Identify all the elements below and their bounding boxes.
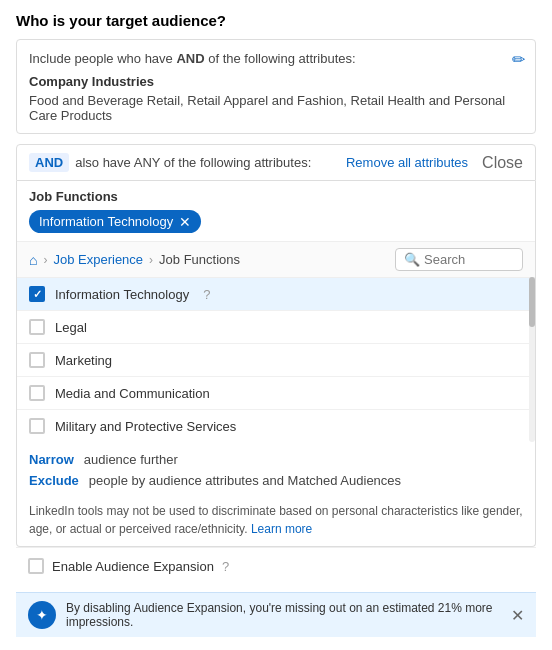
expansion-row: Enable Audience Expansion ?	[16, 547, 536, 584]
expansion-help-icon[interactable]: ?	[222, 559, 229, 574]
breadcrumb-job-experience[interactable]: Job Experience	[53, 252, 143, 267]
page-title: Who is your target audience?	[16, 12, 536, 29]
star-icon: ✦	[36, 607, 48, 623]
include-text: Include people who have AND of the follo…	[29, 51, 356, 66]
and-bar-text: also have ANY of the following attribute…	[75, 155, 340, 170]
search-nav-row: ⌂ › Job Experience › Job Functions 🔍	[17, 241, 535, 277]
checkbox-list-container: Information Technology ? Legal Marketing…	[17, 277, 535, 442]
tag-remove-button[interactable]: ✕	[179, 215, 191, 229]
checkbox-item-legal[interactable]: Legal	[17, 311, 535, 344]
search-box: 🔍	[395, 248, 523, 271]
checkbox-list: Information Technology ? Legal Marketing…	[17, 277, 535, 442]
remove-all-attributes-link[interactable]: Remove all attributes	[346, 155, 468, 170]
company-industries-label: Company Industries	[29, 74, 523, 89]
expansion-label: Enable Audience Expansion	[52, 559, 214, 574]
action-links-row: Narrow audience further	[17, 442, 535, 473]
tag-information-technology: Information Technology ✕	[29, 210, 201, 233]
checkbox-military[interactable]	[29, 418, 45, 434]
checkbox-information-technology[interactable]	[29, 286, 45, 302]
close-button[interactable]: Close	[482, 154, 523, 172]
selected-tags-row: Information Technology ✕	[17, 210, 535, 241]
narrow-link[interactable]: Narrow	[29, 452, 74, 467]
narrow-text: audience further	[84, 452, 178, 467]
exclude-text: people by audience attributes and Matche…	[89, 473, 401, 488]
any-bold: AND	[176, 51, 204, 66]
learn-more-link[interactable]: Learn more	[251, 522, 312, 536]
scrollbar-thumb[interactable]	[529, 277, 535, 327]
breadcrumb-sep-1: ›	[43, 253, 47, 267]
checkbox-label-media-communication: Media and Communication	[55, 386, 210, 401]
and-badge: AND	[29, 153, 69, 172]
exclude-link[interactable]: Exclude	[29, 473, 79, 488]
search-icon: 🔍	[404, 252, 420, 267]
notification-text: By disabling Audience Expansion, you're …	[66, 601, 501, 629]
attributes-panel: Job Functions Information Technology ✕ ⌂…	[16, 181, 536, 547]
company-industries-value: Food and Beverage Retail, Retail Apparel…	[29, 93, 523, 123]
expansion-checkbox[interactable]	[28, 558, 44, 574]
checkbox-label-legal: Legal	[55, 320, 87, 335]
scrollbar-track	[529, 277, 535, 442]
checkbox-media-communication[interactable]	[29, 385, 45, 401]
checkbox-legal[interactable]	[29, 319, 45, 335]
include-attributes-box: Include people who have AND of the follo…	[16, 39, 536, 134]
notification-close-icon[interactable]: ✕	[511, 606, 524, 625]
notification-bar: ✦ By disabling Audience Expansion, you'r…	[16, 592, 536, 637]
breadcrumb-job-functions: Job Functions	[159, 252, 240, 267]
and-bar: AND also have ANY of the following attri…	[16, 144, 536, 181]
checkbox-label-military: Military and Protective Services	[55, 419, 236, 434]
exclude-links-row: Exclude people by audience attributes an…	[17, 473, 535, 494]
job-functions-label: Job Functions	[17, 181, 535, 210]
tag-label: Information Technology	[39, 214, 173, 229]
help-icon-information-technology[interactable]: ?	[203, 287, 210, 302]
checkbox-item-media-communication[interactable]: Media and Communication	[17, 377, 535, 410]
search-input[interactable]	[424, 252, 514, 267]
checkbox-item-military[interactable]: Military and Protective Services	[17, 410, 535, 442]
disclaimer: LinkedIn tools may not be used to discri…	[17, 494, 535, 546]
checkbox-marketing[interactable]	[29, 352, 45, 368]
home-icon[interactable]: ⌂	[29, 252, 37, 268]
checkbox-item-marketing[interactable]: Marketing	[17, 344, 535, 377]
checkbox-item-information-technology[interactable]: Information Technology ?	[17, 278, 535, 311]
notification-icon: ✦	[28, 601, 56, 629]
checkbox-label-information-technology: Information Technology	[55, 287, 189, 302]
checkbox-label-marketing: Marketing	[55, 353, 112, 368]
breadcrumb-sep-2: ›	[149, 253, 153, 267]
edit-icon[interactable]: ✏	[512, 50, 525, 69]
